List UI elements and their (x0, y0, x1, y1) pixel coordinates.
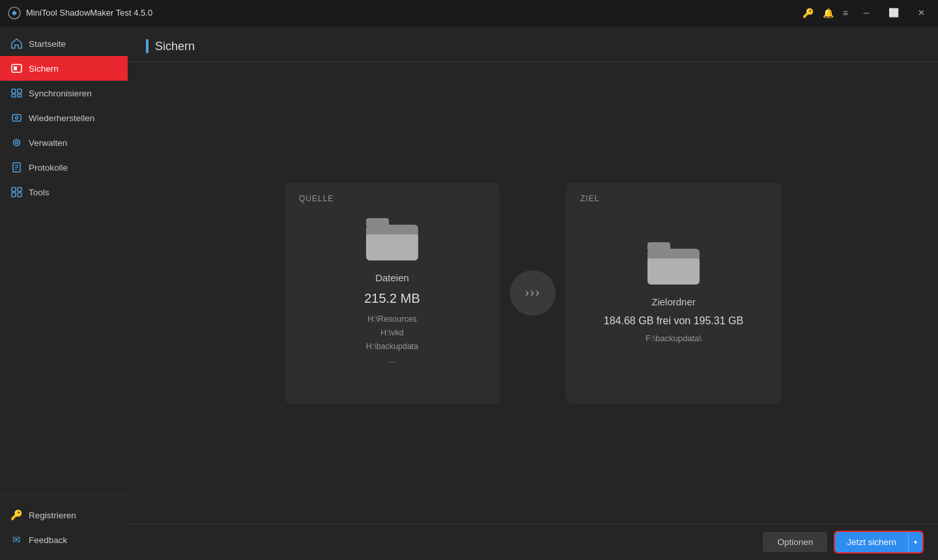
sidebar-label-registrieren: Registrieren (29, 511, 76, 520)
source-type: Dateien (375, 272, 409, 283)
source-size: 215.2 MB (364, 291, 420, 306)
sidebar-item-verwalten[interactable]: Verwalten (0, 130, 128, 155)
manage-icon (10, 137, 22, 148)
target-path: F:\backupdata\ (646, 333, 702, 343)
header-accent-bar (146, 39, 149, 53)
target-label: ZIEL (580, 194, 599, 203)
source-label: QUELLE (299, 194, 334, 203)
sidebar-item-sichern[interactable]: Sichern (0, 56, 128, 81)
cards-area: QUELLE Dateien 215.2 MB H:\Resources H:\… (128, 62, 938, 524)
target-card[interactable]: ZIEL Zielordner 184.68 GB frei von 195.3… (566, 182, 781, 404)
minimize-button[interactable]: ─ (857, 4, 875, 22)
sidebar-bottom: 🔑 Registrieren ✉ Feedback (0, 494, 128, 560)
chevron-down-icon: ▾ (914, 539, 917, 546)
backup-dropdown-button[interactable]: ▾ (908, 532, 922, 552)
close-button[interactable]: ✕ (912, 4, 930, 22)
sidebar-item-registrieren[interactable]: 🔑 Registrieren (0, 503, 128, 527)
sidebar-item-protokolle[interactable]: Protokolle (0, 155, 128, 180)
source-path-2: H:\vkd (366, 326, 419, 340)
sidebar-label-startseite: Startseite (29, 39, 66, 49)
svg-rect-18 (18, 193, 21, 197)
target-free: 184.68 GB frei von 195.31 GB (604, 315, 743, 327)
svg-rect-3 (12, 89, 16, 93)
svg-rect-4 (18, 89, 21, 93)
sidebar-item-feedback[interactable]: ✉ Feedback (0, 527, 128, 552)
svg-rect-2 (14, 66, 17, 70)
content-area: Sichern QUELLE Dateien 215.2 MB H:\Resou… (128, 26, 938, 560)
sidebar-label-verwalten: Verwalten (29, 138, 67, 148)
source-path-3: H:\backupdata (366, 340, 419, 354)
key-icon[interactable]: 🔑 (803, 8, 814, 18)
svg-point-9 (13, 139, 20, 146)
backup-icon (10, 63, 22, 74)
sidebar-label-protokolle: Protokolle (29, 163, 68, 173)
backup-button[interactable]: Jetzt sichern (835, 532, 908, 552)
source-folder-icon (366, 218, 418, 260)
sidebar-item-synchronisieren[interactable]: Synchronisieren (0, 81, 128, 105)
source-card[interactable]: QUELLE Dateien 215.2 MB H:\Resources H:\… (285, 182, 500, 404)
sidebar-item-startseite[interactable]: Startseite (0, 31, 128, 56)
svg-rect-5 (12, 94, 16, 97)
sidebar-label-synchronisieren: Synchronisieren (29, 89, 92, 98)
source-path-more: ... (366, 354, 419, 367)
svg-rect-6 (18, 94, 21, 97)
svg-rect-17 (12, 193, 16, 197)
app-title: MiniTool ShadowMaker Test 4.5.0 (26, 8, 803, 18)
source-paths: H:\Resources H:\vkd H:\backupdata ... (366, 313, 419, 368)
sidebar-item-wiederherstellen[interactable]: Wiederherstellen (0, 105, 128, 130)
page-header: Sichern (128, 26, 938, 62)
svg-point-10 (15, 141, 18, 144)
app-logo (8, 7, 21, 20)
window-controls: 🔑 🔔 ≡ ─ ⬜ ✕ (803, 4, 930, 22)
menu-icon[interactable]: ≡ (843, 8, 848, 18)
target-folder-icon (647, 242, 700, 285)
sync-icon (10, 87, 22, 99)
notification-icon[interactable]: 🔔 (823, 8, 834, 18)
maximize-button[interactable]: ⬜ (885, 4, 903, 22)
restore-icon (10, 112, 22, 124)
backup-button-group: Jetzt sichern ▾ (835, 532, 922, 552)
sidebar-label-sichern: Sichern (29, 64, 59, 74)
arrow-symbol: ››› (525, 286, 541, 300)
sidebar-label-feedback: Feedback (29, 535, 67, 545)
register-icon: 🔑 (10, 509, 22, 521)
main-layout: Startseite Sichern (0, 26, 938, 560)
titlebar: MiniTool ShadowMaker Test 4.5.0 🔑 🔔 ≡ ─ … (0, 0, 938, 26)
sidebar-nav: Startseite Sichern (0, 26, 128, 494)
home-icon (10, 38, 22, 49)
sidebar-label-wiederherstellen: Wiederherstellen (29, 113, 94, 123)
page-title: Sichern (155, 40, 195, 53)
log-icon (10, 161, 22, 173)
sidebar-label-tools: Tools (29, 188, 50, 197)
sidebar: Startseite Sichern (0, 26, 128, 560)
svg-point-8 (15, 117, 18, 119)
svg-rect-7 (12, 115, 21, 121)
arrow-connector: ››› (510, 270, 556, 316)
sidebar-item-tools[interactable]: Tools (0, 180, 128, 204)
svg-rect-15 (12, 188, 16, 191)
svg-rect-16 (18, 188, 21, 191)
feedback-icon: ✉ (10, 534, 22, 546)
source-path-1: H:\Resources (366, 313, 419, 326)
options-button[interactable]: Optionen (763, 532, 827, 552)
tools-icon (10, 186, 22, 198)
target-type: Zielordner (651, 296, 696, 307)
bottom-bar: Optionen Jetzt sichern ▾ (128, 524, 938, 560)
